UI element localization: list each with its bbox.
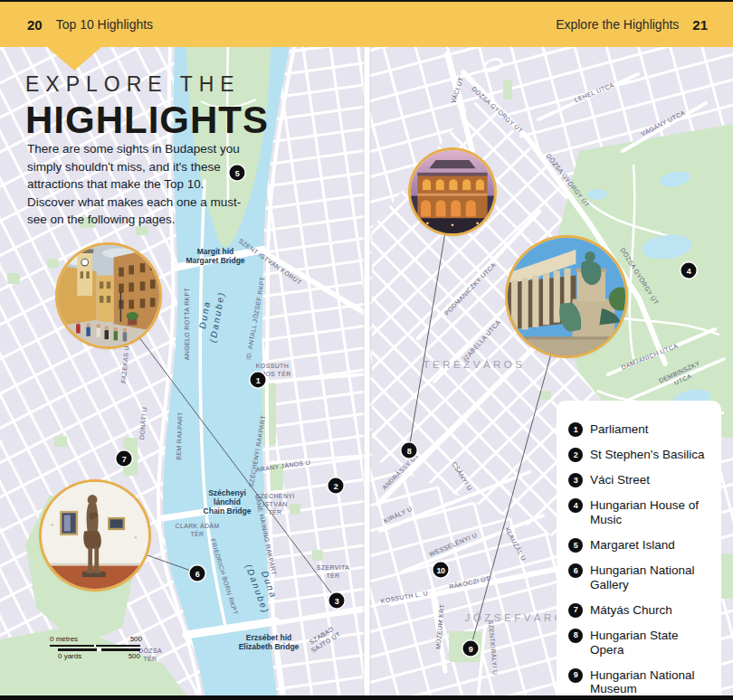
left-folio: 20 Top 10 Highlights — [27, 17, 153, 33]
map-spread: EXPLORE THE HIGHLIGHTS There are some si… — [0, 47, 733, 700]
bottom-black-bar — [0, 695, 733, 700]
legend-number-badge: 5 — [568, 538, 583, 553]
legend-item: 6Hungarian National Gallery — [568, 563, 712, 592]
scale-metres-bar — [50, 645, 140, 648]
scale-yards-max: 500 — [129, 652, 140, 660]
scale-yards-bar — [58, 648, 140, 651]
legend-item: 2St Stephen's Basilica — [568, 448, 712, 462]
right-page-number: 21 — [692, 17, 708, 33]
map-marker-8: 8 — [402, 443, 417, 459]
right-section-title: Explore the Highlights — [556, 17, 679, 32]
legend-number-badge: 9 — [568, 668, 583, 683]
photo-state-opera — [411, 150, 494, 233]
legend-label: Mátyás Church — [590, 603, 672, 618]
legend-label: Hungarian State Opera — [590, 629, 712, 657]
photo-vaci-street — [58, 245, 159, 346]
legend-label: St Stephen's Basilica — [590, 448, 704, 462]
intro-paragraph: There are some sights in Budapest you si… — [27, 140, 244, 229]
photo-national-museum — [508, 238, 625, 355]
legend-number-badge: 6 — [568, 563, 583, 578]
legend-label: Váci Street — [590, 473, 650, 487]
legend-number-badge: 4 — [568, 498, 583, 513]
right-folio: Explore the Highlights 21 — [556, 17, 708, 33]
opera-house-illustration — [411, 150, 494, 233]
left-page-number: 20 — [27, 17, 43, 33]
legend-number-badge: 1 — [568, 422, 583, 437]
map-marker-9: 9 — [463, 641, 479, 657]
book-spread: { "header": { "left": { "number": "20", … — [0, 0, 733, 700]
photo-national-gallery — [42, 482, 148, 589]
legend-item: 9Hungarian National Museum — [568, 668, 712, 697]
scale-metres-max: 500 — [130, 635, 142, 643]
map-scale-bar: 0 metres 500 0 yards 500 — [50, 635, 142, 660]
vaci-street-illustration — [58, 245, 159, 346]
legend-label: Hungarian National Gallery — [590, 563, 712, 592]
legend-number-badge: 8 — [568, 629, 583, 643]
museum-statue-illustration — [508, 238, 625, 355]
legend-item: 5Margaret Island — [568, 538, 712, 553]
map-marker-10: 10 — [433, 563, 449, 578]
yellow-tab-pointer — [47, 47, 101, 71]
scale-yards-zero: 0 yards — [58, 652, 81, 660]
legend-item: 8Hungarian State Opera — [568, 629, 712, 657]
legend-number-badge: 3 — [568, 473, 583, 487]
scale-metres-zero: 0 metres — [50, 635, 78, 643]
map-marker-2: 2 — [328, 478, 344, 494]
title-block: EXPLORE THE HIGHLIGHTS — [25, 72, 269, 142]
map-marker-4: 4 — [681, 263, 697, 279]
legend-item: 1Parliament — [568, 422, 712, 437]
legend-item: 3Váci Street — [568, 473, 712, 487]
legend-label: Parliament — [590, 422, 649, 437]
legend-number-badge: 7 — [568, 603, 583, 618]
page-gutter — [363, 47, 371, 700]
legend-item: 4Hungarian House of Music — [568, 498, 712, 527]
legend-label: Margaret Island — [590, 538, 675, 553]
legend-label: Hungarian National Museum — [590, 668, 712, 697]
gallery-statue-illustration — [42, 482, 148, 589]
page-title-line1: EXPLORE THE — [25, 72, 269, 97]
map-marker-3: 3 — [329, 593, 345, 609]
left-section-title: Top 10 Highlights — [56, 17, 153, 32]
legend-number-badge: 2 — [568, 448, 583, 462]
map-marker-5: 5 — [230, 166, 245, 181]
page-title-line2: HIGHLIGHTS — [25, 99, 269, 142]
page-header-bar: 20 Top 10 Highlights Explore the Highlig… — [0, 0, 733, 47]
map-marker-7: 7 — [117, 451, 132, 467]
highlights-legend: 1Parliament2St Stephen's Basilica3Váci S… — [557, 401, 721, 700]
legend-label: Hungarian House of Music — [590, 498, 712, 527]
map-marker-1: 1 — [251, 373, 266, 388]
map-marker-6: 6 — [190, 566, 205, 582]
legend-item: 7Mátyás Church — [568, 603, 712, 618]
